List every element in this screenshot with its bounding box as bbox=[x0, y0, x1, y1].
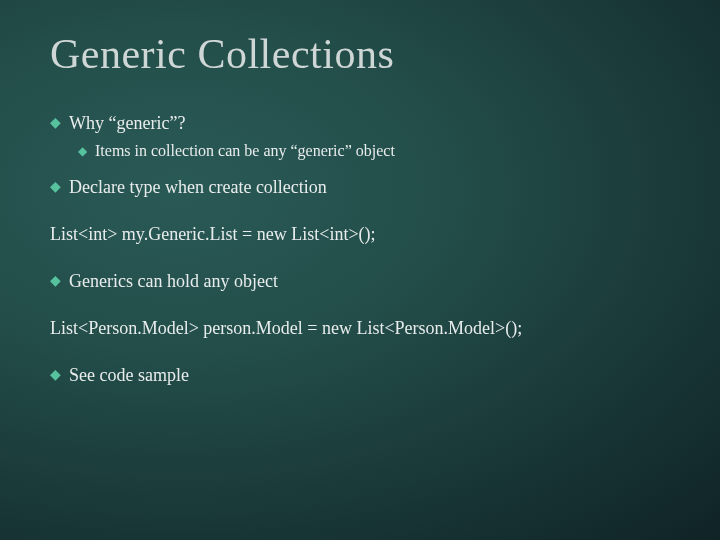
bullet-row: ◆ See code sample bbox=[50, 362, 670, 389]
bullet-text: Generics can hold any object bbox=[69, 268, 278, 295]
bullet-text: Why “generic”? bbox=[69, 110, 185, 137]
slide-body: ◆ Why “generic”? ◆ Items in collection c… bbox=[50, 110, 670, 389]
slide-title: Generic Collections bbox=[50, 30, 670, 78]
sub-bullet-row: ◆ Items in collection can be any “generi… bbox=[78, 139, 670, 164]
bullet-row: ◆ Why “generic”? bbox=[50, 110, 670, 137]
diamond-bullet-icon: ◆ bbox=[50, 268, 61, 295]
diamond-bullet-icon: ◆ bbox=[78, 139, 87, 164]
diamond-bullet-icon: ◆ bbox=[50, 110, 61, 137]
code-line: List<int> my.Generic.List = new List<int… bbox=[50, 221, 670, 248]
bullet-row: ◆ Declare type when create collection bbox=[50, 174, 670, 201]
code-line: List<Person.Model> person.Model = new Li… bbox=[50, 315, 670, 342]
diamond-bullet-icon: ◆ bbox=[50, 174, 61, 201]
bullet-row: ◆ Generics can hold any object bbox=[50, 268, 670, 295]
bullet-text: Declare type when create collection bbox=[69, 174, 327, 201]
slide: Generic Collections ◆ Why “generic”? ◆ I… bbox=[0, 0, 720, 540]
sub-bullet-text: Items in collection can be any “generic”… bbox=[95, 139, 395, 163]
bullet-text: See code sample bbox=[69, 362, 189, 389]
diamond-bullet-icon: ◆ bbox=[50, 362, 61, 389]
